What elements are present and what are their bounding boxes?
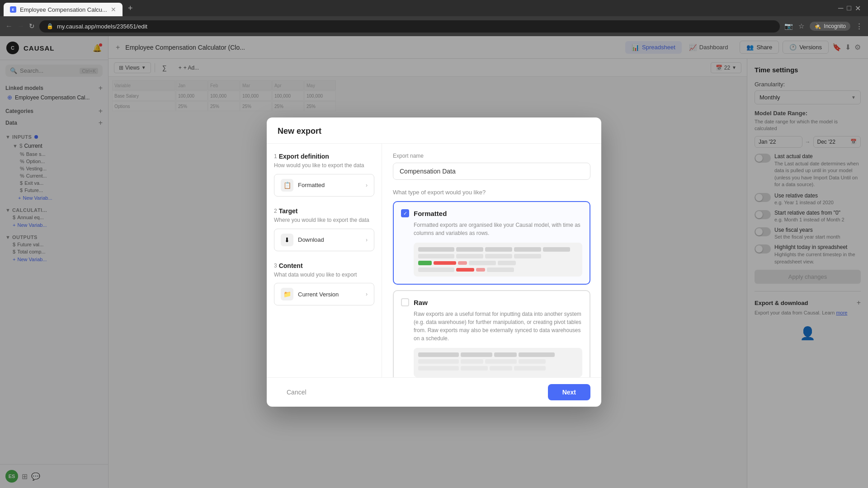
formatted-title: Formatted xyxy=(414,210,447,217)
raw-title: Raw xyxy=(414,299,428,306)
formatted-checkbox[interactable]: ✓ xyxy=(401,209,409,217)
close-window-icon[interactable]: ✕ xyxy=(855,4,861,13)
step-1-arrow-icon: › xyxy=(366,182,368,188)
tab-title: Employee Compensation Calcu... xyxy=(20,6,107,13)
formatted-desc: Formatted exports are organised like you… xyxy=(401,221,582,237)
step-3-desc: What data would you like to export xyxy=(274,271,374,279)
version-step-icon: 📁 xyxy=(281,288,293,300)
address-bar-row: ← → ↻ 🔒 my.causal.app/models/235651/edit… xyxy=(0,16,868,36)
step-2-title: Target xyxy=(279,207,298,215)
step-2-arrow-icon: › xyxy=(366,237,368,243)
step-3-option-label: Current Version xyxy=(298,291,361,298)
menu-icon[interactable]: ⋮ xyxy=(856,22,863,30)
refresh-button[interactable]: ↻ xyxy=(29,22,35,30)
modal: New export 1 Export definition How would… xyxy=(267,117,601,407)
modal-title: New export xyxy=(278,127,321,136)
step-3: 3 Content What data would you like to ex… xyxy=(274,262,374,306)
minimize-icon[interactable]: ─ xyxy=(838,4,843,12)
raw-export-option[interactable]: Raw Raw exports are a useful format for … xyxy=(393,290,590,377)
step-2-option[interactable]: ⬇ Download › xyxy=(274,229,374,251)
step-1: 1 Export definition How would you like t… xyxy=(274,153,374,197)
step-2-option-label: Download xyxy=(298,236,361,243)
url-text: my.causal.app/models/235651/edit xyxy=(57,23,147,30)
incognito-badge: 🕵️ Incognito xyxy=(810,22,850,31)
modal-header: New export xyxy=(267,117,601,144)
address-bar[interactable]: 🔒 my.causal.app/models/235651/edit xyxy=(39,20,780,33)
formatted-preview xyxy=(414,243,582,277)
raw-preview xyxy=(414,348,582,377)
step-2: 2 Target Where you would like to export … xyxy=(274,207,374,251)
browser-actions: 📷 ☆ 🕵️ Incognito ⋮ xyxy=(784,22,863,31)
modal-body: 1 Export definition How would you like t… xyxy=(267,144,601,377)
step-1-option[interactable]: 📋 Formatted › xyxy=(274,174,374,197)
step-2-desc: Where you would like to export the data xyxy=(274,216,374,224)
export-name-label: Export name xyxy=(393,153,590,159)
step-3-title: Content xyxy=(279,262,303,269)
camera-icon[interactable]: 📷 xyxy=(784,22,793,30)
new-tab-button[interactable]: + xyxy=(124,2,137,15)
export-name-field: Export name xyxy=(393,153,590,180)
modal-overlay: New export 1 Export definition How would… xyxy=(0,36,868,488)
star-icon[interactable]: ☆ xyxy=(798,22,804,30)
formatted-export-option[interactable]: ✓ Formatted Formatted exports are organi… xyxy=(393,201,590,285)
raw-checkbox[interactable] xyxy=(401,298,409,306)
active-tab[interactable]: E Employee Compensation Calcu... ✕ xyxy=(4,3,123,16)
browser-tabs: E Employee Compensation Calcu... ✕ + ─ □… xyxy=(0,0,868,16)
export-name-input[interactable] xyxy=(393,163,590,180)
modal-right-panel: Export name What type of export would yo… xyxy=(382,144,601,377)
tab-close-icon[interactable]: ✕ xyxy=(111,6,116,13)
step-1-option-label: Formatted xyxy=(298,182,361,188)
step-3-option[interactable]: 📁 Current Version › xyxy=(274,283,374,305)
lock-icon: 🔒 xyxy=(47,23,53,29)
formatted-option-header: ✓ Formatted xyxy=(401,209,582,217)
step-3-arrow-icon: › xyxy=(366,291,368,297)
forward-button[interactable]: → xyxy=(17,22,24,30)
raw-option-header: Raw xyxy=(401,298,582,306)
step-3-number: 3 xyxy=(274,263,277,269)
maximize-icon[interactable]: □ xyxy=(847,4,851,12)
step-2-number: 2 xyxy=(274,208,277,214)
formatted-step-icon: 📋 xyxy=(281,179,293,192)
step-1-title: Export definition xyxy=(279,153,329,160)
raw-desc: Raw exports are a useful format for inpu… xyxy=(401,310,582,343)
step-1-number: 1 xyxy=(274,153,277,160)
window-controls: ─ □ ✕ xyxy=(835,4,864,13)
cancel-button[interactable]: Cancel xyxy=(278,385,316,399)
step-1-desc: How would you like to export the data xyxy=(274,162,374,169)
modal-footer: Cancel Next xyxy=(267,377,601,407)
next-button[interactable]: Next xyxy=(548,384,590,400)
back-button[interactable]: ← xyxy=(5,22,13,30)
modal-left-panel: 1 Export definition How would you like t… xyxy=(267,144,382,377)
browser-chrome: E Employee Compensation Calcu... ✕ + ─ □… xyxy=(0,0,868,36)
export-type-label: What type of export would you like? xyxy=(393,189,590,196)
download-step-icon: ⬇ xyxy=(281,234,293,246)
